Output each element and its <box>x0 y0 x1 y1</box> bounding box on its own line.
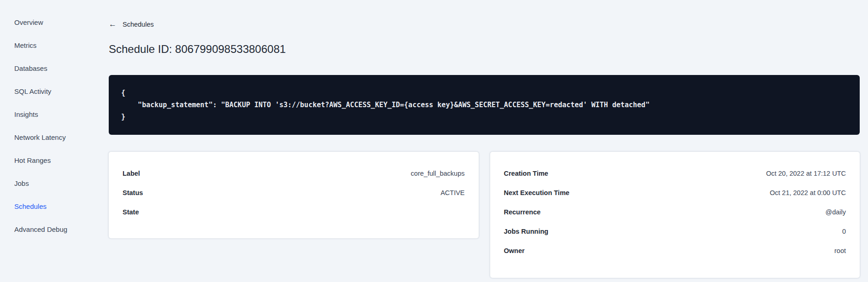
sidebar-item-label: Insights <box>14 110 38 118</box>
sidebar-item-sql-activity[interactable]: SQL Activity <box>14 80 109 103</box>
detail-row: Status ACTIVE <box>123 183 465 202</box>
detail-row-value: core_full_backups <box>411 170 465 177</box>
detail-row-value: Oct 20, 2022 at 17:12 UTC <box>766 170 846 177</box>
sidebar-item-label: Overview <box>14 18 43 26</box>
detail-row: Owner root <box>504 241 846 260</box>
detail-row-value: root <box>834 247 846 254</box>
sidebar-item-hot-ranges[interactable]: Hot Ranges <box>14 149 109 172</box>
schedule-statement-code-block: { "backup_statement": "BACKUP INTO 's3:/… <box>109 75 860 135</box>
back-to-schedules-link[interactable]: ← Schedules <box>109 20 154 29</box>
sidebar-item-advanced-debug[interactable]: Advanced Debug <box>14 218 109 241</box>
detail-row-label: Owner <box>504 247 525 254</box>
detail-row: Next Execution Time Oct 21, 2022 at 0:00… <box>504 183 846 202</box>
sidebar-item-databases[interactable]: Databases <box>14 57 109 80</box>
sidebar-item-jobs[interactable]: Jobs <box>14 172 109 195</box>
code-line: "backup_statement": "BACKUP INTO 's3://b… <box>121 99 847 111</box>
detail-row-label: Status <box>123 189 143 196</box>
detail-row-label: Recurrence <box>504 208 541 216</box>
sidebar-item-label: Jobs <box>14 179 29 187</box>
sidebar-item-label: Schedules <box>14 202 47 210</box>
schedule-timing-card: Creation Time Oct 20, 2022 at 17:12 UTC … <box>490 152 860 278</box>
detail-row: Label core_full_backups <box>123 164 465 183</box>
sidebar-item-metrics[interactable]: Metrics <box>14 34 109 57</box>
detail-row-value: ACTIVE <box>440 189 464 196</box>
sidebar-item-label: Advanced Debug <box>14 225 67 233</box>
sidebar-item-overview[interactable]: Overview <box>14 11 109 34</box>
main-content: ← Schedules Schedule ID: 806799098533806… <box>109 0 868 282</box>
sidebar-item-insights[interactable]: Insights <box>14 103 109 126</box>
code-line: { <box>121 87 847 99</box>
detail-row: Jobs Running 0 <box>504 222 846 241</box>
detail-row-label: Jobs Running <box>504 228 549 235</box>
schedule-details-card: Label core_full_backups Status ACTIVE St… <box>109 152 479 238</box>
detail-row-label: Next Execution Time <box>504 189 569 196</box>
detail-row-value: 0 <box>842 228 846 235</box>
page-title: Schedule ID: 806799098533806081 <box>109 42 860 56</box>
sidebar-item-label: Databases <box>14 64 47 72</box>
detail-cards-row: Label core_full_backups Status ACTIVE St… <box>109 152 860 278</box>
sidebar-item-label: Metrics <box>14 41 36 49</box>
detail-row: Creation Time Oct 20, 2022 at 17:12 UTC <box>504 164 846 183</box>
sidebar-item-network-latency[interactable]: Network Latency <box>14 126 109 149</box>
back-arrow-icon: ← <box>109 20 117 29</box>
sidebar-item-label: SQL Activity <box>14 87 51 95</box>
back-link-label: Schedules <box>123 20 154 29</box>
detail-row-label: Creation Time <box>504 170 548 177</box>
detail-row-label: State <box>123 208 139 216</box>
code-line: } <box>121 111 847 123</box>
detail-row-value: Oct 21, 2022 at 0:00 UTC <box>770 189 846 196</box>
detail-row-value: @daily <box>825 208 846 216</box>
detail-row-label: Label <box>123 170 140 177</box>
detail-row: Recurrence @daily <box>504 202 846 222</box>
detail-row: State <box>123 202 465 222</box>
sidebar: Overview Metrics Databases SQL Activity … <box>0 0 109 282</box>
sidebar-item-schedules[interactable]: Schedules <box>14 195 109 218</box>
sidebar-item-label: Network Latency <box>14 133 66 141</box>
sidebar-item-label: Hot Ranges <box>14 156 51 164</box>
